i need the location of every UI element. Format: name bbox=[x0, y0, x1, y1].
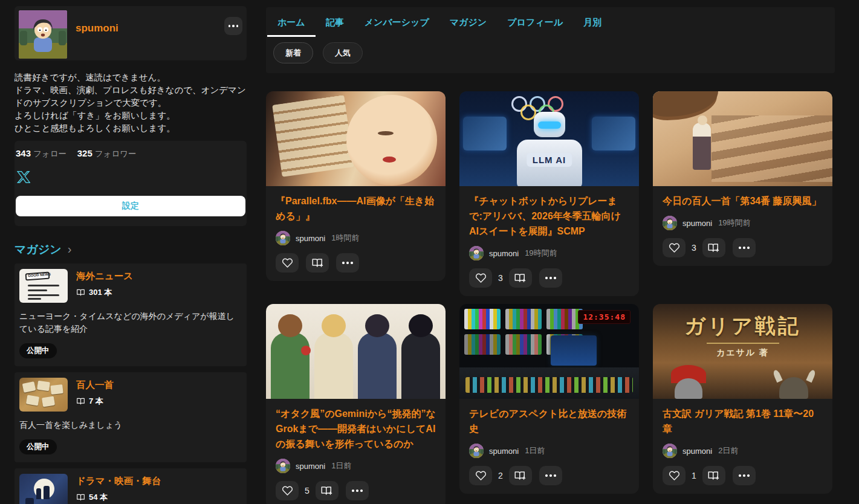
following-stat[interactable]: 343フォロー bbox=[16, 149, 69, 158]
filter-new[interactable]: 新着 bbox=[273, 42, 313, 63]
tab-magazine[interactable]: マガジン bbox=[439, 7, 497, 37]
tab-profile[interactable]: プロフィール bbox=[497, 7, 573, 37]
like-count: 3 bbox=[692, 243, 696, 253]
magazine-title: ドラマ・映画・舞台 bbox=[76, 475, 161, 488]
magazine-section-link[interactable]: マガジン › bbox=[15, 242, 247, 257]
article-time: 1時間前 bbox=[331, 233, 359, 244]
x-social-link[interactable] bbox=[17, 170, 30, 186]
author-avatar[interactable] bbox=[663, 216, 677, 230]
tab-bar: ホーム 記事 メンバーシップ マガジン プロフィール 月別 bbox=[266, 7, 835, 37]
article-more-button[interactable] bbox=[539, 268, 562, 288]
author-name[interactable]: spumoni bbox=[682, 447, 712, 456]
article-title[interactable]: “オタク風”のGeminiから“挑発的”なGrokまで——開発者はいかにしてAI… bbox=[276, 406, 436, 451]
author-name[interactable]: spumoni bbox=[489, 447, 519, 456]
add-to-magazine-button[interactable] bbox=[509, 466, 532, 485]
book-plus-icon bbox=[320, 485, 333, 496]
like-button[interactable] bbox=[663, 466, 686, 485]
magazine-item: GOOD NEWS 海外ニュース 301 本 ニューヨーク・タイムスなどの海外の… bbox=[15, 263, 247, 366]
settings-button[interactable]: 設定 bbox=[16, 196, 245, 216]
image-text-galia-title: ガリア戦記 bbox=[653, 312, 832, 340]
article-thumbnail[interactable] bbox=[266, 91, 446, 186]
magazine-item-link[interactable]: ドラマ・映画・舞台 54 本 bbox=[19, 474, 242, 504]
like-button[interactable] bbox=[276, 481, 299, 500]
page: spumoni 読書好きですが、速読はできません。 ドラマ、映画、演劇、プロレス… bbox=[0, 0, 859, 504]
article-card: LLM AI 『チャットボットからリプレーまで:アリババ、2026年冬季五輪向け… bbox=[459, 91, 639, 296]
image-text-llm-ai: LLM AI bbox=[527, 153, 572, 167]
following-label: フォロー bbox=[33, 149, 66, 158]
magazine-title: 百人一首 bbox=[76, 379, 114, 392]
magazine-count: 7 本 bbox=[89, 396, 103, 407]
filter-popular[interactable]: 人気 bbox=[323, 42, 363, 63]
book-icon bbox=[76, 288, 85, 297]
article-thumbnail[interactable]: ガリア戦記 カエサル 著 bbox=[653, 304, 832, 399]
book-plus-icon bbox=[707, 470, 720, 481]
filter-bar: 新着 人気 bbox=[266, 37, 835, 73]
tab-monthly[interactable]: 月別 bbox=[573, 7, 612, 37]
author-name[interactable]: spumoni bbox=[296, 462, 325, 471]
article-title[interactable]: 『Parallel.fbx——AI画像が「生き始める」』 bbox=[276, 193, 436, 224]
tab-home[interactable]: ホーム bbox=[267, 7, 316, 37]
add-to-magazine-button[interactable] bbox=[702, 238, 725, 257]
add-to-magazine-button[interactable] bbox=[509, 268, 532, 288]
article-time: 1日前 bbox=[525, 445, 545, 456]
author-avatar[interactable] bbox=[663, 444, 677, 458]
article-time: 19時間前 bbox=[525, 248, 557, 259]
followers-label: フォロワー bbox=[95, 149, 137, 158]
avatar[interactable] bbox=[19, 10, 67, 59]
tab-articles[interactable]: 記事 bbox=[316, 7, 354, 37]
article-more-button[interactable] bbox=[336, 253, 359, 273]
ellipsis-icon bbox=[739, 247, 750, 249]
magazine-item-link[interactable]: GOOD NEWS 海外ニュース 301 本 bbox=[19, 269, 242, 303]
ellipsis-icon bbox=[229, 25, 239, 27]
article-title[interactable]: 古文訳 ガリア戦記 第1巻 11章〜20章 bbox=[663, 406, 823, 436]
profile-more-button[interactable] bbox=[224, 17, 242, 35]
author-name[interactable]: spumoni bbox=[296, 234, 325, 243]
ellipsis-icon bbox=[739, 474, 750, 477]
article-title[interactable]: 今日の百人一首「第34番 藤原興風」 bbox=[663, 193, 823, 208]
status-badge: 公開中 bbox=[19, 439, 57, 454]
heart-icon bbox=[669, 242, 680, 253]
ellipsis-icon bbox=[342, 262, 353, 264]
article-more-button[interactable] bbox=[733, 466, 756, 485]
add-to-magazine-button[interactable] bbox=[306, 253, 329, 273]
article-more-button[interactable] bbox=[733, 238, 756, 257]
article-thumbnail[interactable] bbox=[266, 304, 446, 399]
profile-card: spumoni bbox=[15, 6, 247, 60]
article-more-button[interactable] bbox=[346, 481, 369, 500]
author-name[interactable]: spumoni bbox=[489, 249, 519, 258]
author-avatar[interactable] bbox=[469, 444, 484, 458]
like-button[interactable] bbox=[276, 253, 299, 273]
like-button[interactable] bbox=[469, 466, 492, 485]
add-to-magazine-button[interactable] bbox=[316, 481, 339, 500]
author-name[interactable]: spumoni bbox=[682, 219, 712, 228]
author-avatar[interactable] bbox=[469, 246, 484, 260]
add-to-magazine-button[interactable] bbox=[702, 466, 725, 485]
article-row: “オタク風”のGeminiから“挑発的”なGrokまで——開発者はいかにしてAI… bbox=[266, 304, 835, 504]
book-icon bbox=[76, 493, 85, 502]
followers-stat[interactable]: 325フォロワー bbox=[77, 149, 137, 158]
book-icon bbox=[76, 397, 85, 405]
heart-icon bbox=[282, 485, 293, 496]
article-thumbnail[interactable] bbox=[653, 91, 832, 186]
magazine-title: 海外ニュース bbox=[76, 270, 133, 283]
ellipsis-icon bbox=[545, 277, 556, 279]
heart-icon bbox=[282, 257, 293, 268]
tab-membership[interactable]: メンバーシップ bbox=[354, 7, 439, 37]
article-card: 12:35:48 テレビのアスペクト比と放送の技術史 spumoni 1日前 2 bbox=[459, 304, 639, 494]
article-more-button[interactable] bbox=[539, 466, 562, 485]
image-text-galia-author: カエサル 著 bbox=[653, 347, 832, 358]
article-thumbnail[interactable]: 12:35:48 bbox=[459, 304, 639, 399]
article-time: 1日前 bbox=[331, 460, 351, 471]
magazine-item-link[interactable]: 百人一首 7 本 bbox=[19, 378, 242, 412]
author-avatar[interactable] bbox=[276, 231, 290, 245]
article-card: 『Parallel.fbx——AI画像が「生き始める」』 spumoni 1時間… bbox=[266, 91, 446, 281]
followers-count: 325 bbox=[77, 148, 92, 158]
author-avatar[interactable] bbox=[276, 459, 290, 473]
article-title[interactable]: テレビのアスペクト比と放送の技術史 bbox=[469, 406, 629, 436]
like-button[interactable] bbox=[469, 268, 492, 288]
article-thumbnail[interactable]: LLM AI bbox=[459, 91, 639, 186]
heart-icon bbox=[475, 273, 487, 283]
article-title[interactable]: 『チャットボットからリプレーまで:アリババ、2026年冬季五輪向けAIスイートを… bbox=[469, 193, 629, 239]
like-count: 1 bbox=[692, 471, 696, 480]
like-button[interactable] bbox=[663, 238, 686, 257]
